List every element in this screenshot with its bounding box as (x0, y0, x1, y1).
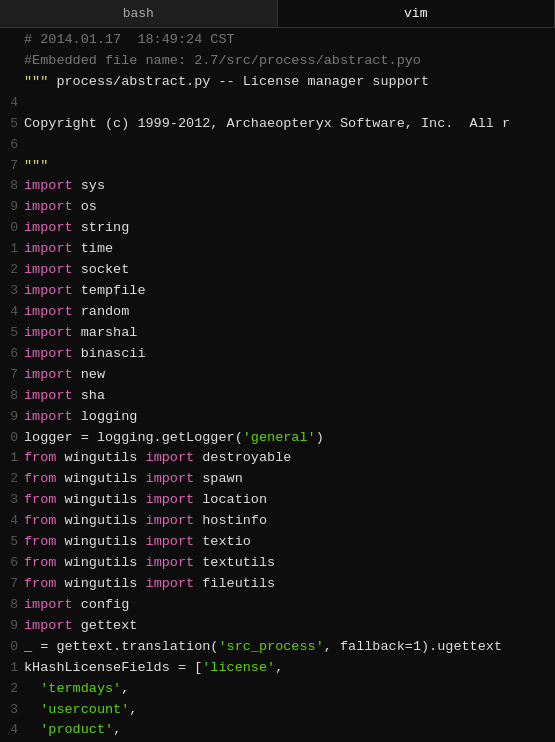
line-content: import marshal (24, 323, 137, 344)
code-line: 6 (0, 135, 555, 156)
line-number: 0 (4, 428, 18, 448)
line-number: 0 (4, 218, 18, 238)
line-number: 1 (4, 448, 18, 468)
code-line: 8import sys (0, 176, 555, 197)
line-number: 6 (4, 553, 18, 573)
code-line: 0import string (0, 218, 555, 239)
code-line: 6import binascii (0, 344, 555, 365)
code-line: 2import socket (0, 260, 555, 281)
line-number: 7 (4, 574, 18, 594)
code-line: 5from wingutils import textio (0, 532, 555, 553)
code-line: 4from wingutils import hostinfo (0, 511, 555, 532)
line-number: 4 (4, 93, 18, 113)
line-content: from wingutils import textio (24, 532, 251, 553)
line-number: 2 (4, 679, 18, 699)
line-content: _ = gettext.translation('src_process', f… (24, 637, 502, 658)
code-line: 4import random (0, 302, 555, 323)
tab-vim[interactable]: vim (278, 0, 556, 27)
code-line: 3import tempfile (0, 281, 555, 302)
line-content: import string (24, 218, 129, 239)
code-line: 9import gettext (0, 616, 555, 637)
line-number: 3 (4, 281, 18, 301)
code-line: 4 'product', (0, 720, 555, 741)
line-content: import tempfile (24, 281, 146, 302)
line-content (24, 93, 32, 114)
code-line: """ process/abstract.py -- License manag… (0, 72, 555, 93)
line-number: 6 (4, 344, 18, 364)
line-number: 9 (4, 616, 18, 636)
line-number: 3 (4, 490, 18, 510)
line-content: 'usercount', (24, 700, 137, 721)
line-content: # 2014.01.17 18:49:24 CST (24, 30, 235, 51)
code-area: # 2014.01.17 18:49:24 CST#Embedded file … (0, 28, 555, 742)
code-line: 9import os (0, 197, 555, 218)
code-line: 3 'usercount', (0, 700, 555, 721)
line-content: from wingutils import hostinfo (24, 511, 267, 532)
line-content: from wingutils import destroyable (24, 448, 291, 469)
code-line: 0_ = gettext.translation('src_process', … (0, 637, 555, 658)
line-content: import os (24, 197, 97, 218)
code-line: 7import new (0, 365, 555, 386)
code-line: 6from wingutils import textutils (0, 553, 555, 574)
line-number: 7 (4, 156, 18, 176)
tab-bar: bash vim (0, 0, 555, 28)
line-number: 8 (4, 386, 18, 406)
tab-bash[interactable]: bash (0, 0, 278, 27)
code-line: 0logger = logging.getLogger('general') (0, 428, 555, 449)
line-number: 2 (4, 469, 18, 489)
code-line: 1import time (0, 239, 555, 260)
code-line: 7from wingutils import fileutils (0, 574, 555, 595)
line-content: """ process/abstract.py -- License manag… (24, 72, 429, 93)
line-content: kHashLicenseFields = ['license', (24, 658, 283, 679)
line-content: import gettext (24, 616, 137, 637)
line-number: 6 (4, 135, 18, 155)
line-content: import socket (24, 260, 129, 281)
line-content: import sha (24, 386, 105, 407)
line-content: #Embedded file name: 2.7/src/process/abs… (24, 51, 421, 72)
code-line: 1from wingutils import destroyable (0, 448, 555, 469)
line-content: logger = logging.getLogger('general') (24, 428, 324, 449)
line-number: 5 (4, 323, 18, 343)
line-content: from wingutils import textutils (24, 553, 275, 574)
code-line: 3from wingutils import location (0, 490, 555, 511)
line-content: from wingutils import location (24, 490, 267, 511)
line-number: 8 (4, 176, 18, 196)
line-content: import time (24, 239, 113, 260)
line-number: 5 (4, 114, 18, 134)
code-line: 1kHashLicenseFields = ['license', (0, 658, 555, 679)
line-content: import config (24, 595, 129, 616)
code-line: 7""" (0, 156, 555, 177)
line-number: 2 (4, 260, 18, 280)
line-number: 9 (4, 407, 18, 427)
line-number: 8 (4, 595, 18, 615)
code-line: 4 (0, 93, 555, 114)
line-content: import logging (24, 407, 137, 428)
line-number: 3 (4, 700, 18, 720)
line-content: Copyright (c) 1999-2012, Archaeopteryx S… (24, 114, 510, 135)
line-number: 4 (4, 511, 18, 531)
line-content: from wingutils import fileutils (24, 574, 275, 595)
line-content: 'termdays', (24, 679, 129, 700)
code-line: 8import config (0, 595, 555, 616)
code-line: # 2014.01.17 18:49:24 CST (0, 30, 555, 51)
line-number: 7 (4, 365, 18, 385)
code-line: #Embedded file name: 2.7/src/process/abs… (0, 51, 555, 72)
code-line: 2from wingutils import spawn (0, 469, 555, 490)
line-number: 0 (4, 637, 18, 657)
code-line: 8import sha (0, 386, 555, 407)
line-content: from wingutils import spawn (24, 469, 243, 490)
code-line: 5Copyright (c) 1999-2012, Archaeopteryx … (0, 114, 555, 135)
line-content: import random (24, 302, 129, 323)
line-number: 5 (4, 532, 18, 552)
line-number: 4 (4, 302, 18, 322)
line-content: """ (24, 156, 48, 177)
line-content: import binascii (24, 344, 146, 365)
line-number: 1 (4, 239, 18, 259)
line-content: import sys (24, 176, 105, 197)
code-line: 2 'termdays', (0, 679, 555, 700)
line-number: 4 (4, 720, 18, 740)
line-number: 1 (4, 658, 18, 678)
line-content (24, 135, 32, 156)
line-content: 'product', (24, 720, 121, 741)
line-number: 9 (4, 197, 18, 217)
